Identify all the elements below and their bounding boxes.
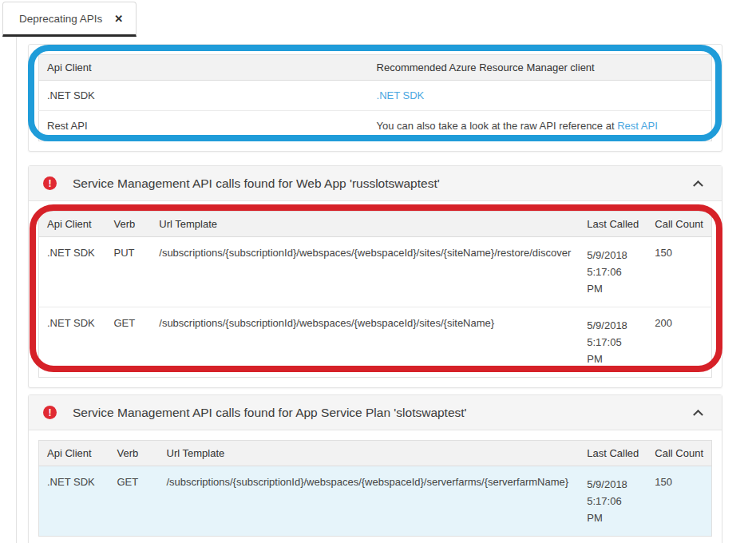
section-title: Service Management API calls found for A… bbox=[73, 406, 467, 420]
col-last-called: Last Called bbox=[579, 212, 647, 237]
col-url-template: Url Template bbox=[159, 441, 580, 466]
left-pane-divider bbox=[16, 37, 17, 543]
error-icon: ! bbox=[43, 406, 57, 419]
appserviceplan-calls-card: ! Service Management API calls found for… bbox=[28, 394, 722, 543]
cell-api-client: .NET SDK bbox=[39, 466, 109, 537]
table-row[interactable]: .NET SDK PUT /subscriptions/{subscriptio… bbox=[39, 237, 712, 307]
cell-api-client: .NET SDK bbox=[39, 237, 106, 307]
table-row[interactable]: .NET SDK GET /subscriptions/{subscriptio… bbox=[39, 307, 712, 378]
cell-call-count: 150 bbox=[647, 237, 711, 307]
col-api-client: Api Client bbox=[39, 441, 109, 466]
cell-call-count: 200 bbox=[647, 307, 711, 378]
cell-url-template: /subscriptions/{subscriptionId}/webspace… bbox=[151, 307, 579, 378]
section-header[interactable]: ! Service Management API calls found for… bbox=[29, 166, 722, 201]
chevron-up-icon bbox=[693, 410, 703, 420]
recommendation-text: You can also take a look at the raw API … bbox=[377, 120, 618, 132]
cell-api-client: Rest API bbox=[39, 111, 369, 141]
cell-verb: GET bbox=[109, 466, 159, 537]
rest-api-link[interactable]: Rest API bbox=[617, 120, 658, 132]
section-title: Service Management API calls found for W… bbox=[73, 176, 440, 191]
col-call-count: Call Count bbox=[647, 441, 711, 466]
table-header-row: Api Client Verb Url Template Last Called… bbox=[39, 441, 712, 466]
cell-recommendation: .NET SDK bbox=[369, 81, 712, 111]
cell-recommendation: You can also take a look at the raw API … bbox=[369, 111, 712, 141]
cell-verb: GET bbox=[105, 307, 151, 378]
cell-last-called: 5/9/2018 5:17:06 PM bbox=[579, 237, 647, 307]
webapp-calls-table: Api Client Verb Url Template Last Called… bbox=[38, 211, 712, 378]
col-call-count: Call Count bbox=[647, 212, 711, 237]
table-row-highlighted[interactable]: .NET SDK GET /subscriptions/{subscriptio… bbox=[39, 466, 712, 537]
table-row: .NET SDK .NET SDK bbox=[39, 81, 712, 111]
table-header-row: Api Client Verb Url Template Last Called… bbox=[39, 212, 712, 237]
col-recommended-client: Recommended Azure Resource Manager clien… bbox=[369, 55, 712, 81]
collapse-chevron-button[interactable] bbox=[688, 403, 707, 422]
cell-api-client: .NET SDK bbox=[39, 81, 369, 111]
cell-last-called: 5/9/2018 5:17:06 PM bbox=[579, 466, 647, 537]
error-icon: ! bbox=[43, 176, 57, 190]
col-url-template: Url Template bbox=[151, 212, 579, 237]
cell-last-called: 5/9/2018 5:17:05 PM bbox=[579, 307, 647, 378]
col-last-called: Last Called bbox=[579, 441, 647, 466]
collapse-chevron-button[interactable] bbox=[688, 174, 707, 193]
webapp-calls-card: ! Service Management API calls found for… bbox=[28, 165, 722, 388]
cell-url-template: /subscriptions/{subscriptionId}/webspace… bbox=[151, 237, 579, 307]
table-row: Rest API You can also take a look at the… bbox=[39, 111, 712, 141]
table-header-row: Api Client Recommended Azure Resource Ma… bbox=[39, 55, 712, 81]
dotnet-sdk-link[interactable]: .NET SDK bbox=[377, 89, 425, 101]
section-header[interactable]: ! Service Management API calls found for… bbox=[29, 395, 722, 430]
col-api-client: Api Client bbox=[39, 55, 369, 81]
cell-api-client: .NET SDK bbox=[39, 307, 106, 378]
cell-verb: PUT bbox=[105, 237, 151, 307]
tab-bar: Deprecating APIs ✕ bbox=[0, 0, 756, 38]
col-verb: Verb bbox=[105, 212, 151, 237]
page: Deprecating APIs ✕ Api Client Recommende… bbox=[0, 0, 756, 543]
appserviceplan-calls-table: Api Client Verb Url Template Last Called… bbox=[38, 440, 712, 537]
col-api-client: Api Client bbox=[39, 212, 106, 237]
chevron-up-icon bbox=[693, 180, 703, 191]
tab-close-icon[interactable]: ✕ bbox=[114, 13, 123, 25]
cell-url-template: /subscriptions/{subscriptionId}/webspace… bbox=[159, 466, 580, 537]
recommendation-table: Api Client Recommended Azure Resource Ma… bbox=[38, 54, 712, 141]
tab-deprecating-apis[interactable]: Deprecating APIs ✕ bbox=[2, 2, 137, 37]
tab-label: Deprecating APIs bbox=[19, 13, 102, 25]
recommendation-card: Api Client Recommended Azure Resource Ma… bbox=[28, 44, 722, 152]
col-verb: Verb bbox=[109, 441, 159, 466]
cell-call-count: 150 bbox=[647, 466, 711, 537]
